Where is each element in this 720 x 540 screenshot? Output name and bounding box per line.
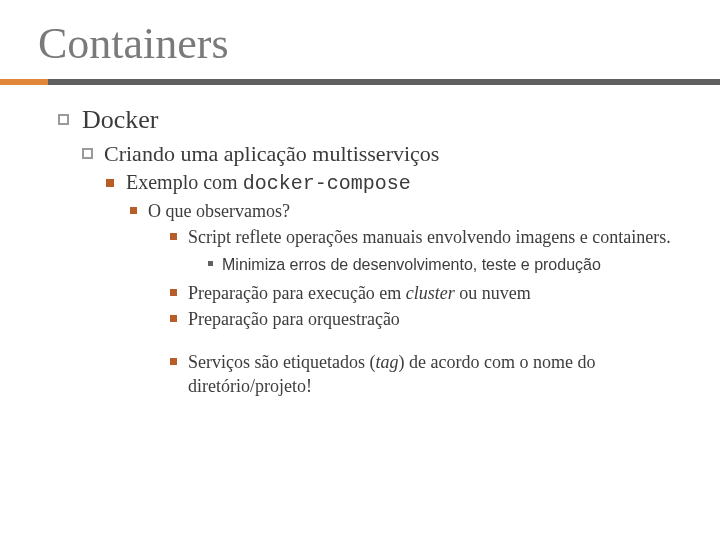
slide-body: Docker Criando uma aplicação multisservi… (0, 85, 720, 398)
spacer (58, 334, 680, 348)
bullet-l5-cluster-it: cluster (406, 283, 455, 303)
bullet-l5-cluster-post: ou nuvem (455, 283, 531, 303)
bullet-l3-code: docker-compose (243, 172, 411, 195)
bullet-l4-question: O que observamos? (130, 199, 680, 223)
bullet-l1-text: Docker (82, 105, 159, 134)
bullet-l2-text: Criando uma aplicação multisserviços (104, 141, 439, 166)
bullet-l5-cluster-pre: Preparação para execução em (188, 283, 406, 303)
bullet-l6-minimize-text: Minimiza erros de desenvolvimento, teste… (222, 256, 601, 273)
slide-title: Containers (0, 0, 720, 79)
bullet-l3-text-pre: Exemplo com (126, 171, 243, 193)
bullet-l2: Criando uma aplicação multisserviços (82, 141, 680, 167)
bullet-l5-script: Script reflete operações manuais envolve… (170, 225, 680, 249)
bullet-l5-tag-it: tag (375, 352, 398, 372)
bullet-l5-script-text: Script reflete operações manuais envolve… (188, 227, 671, 247)
bullet-l5-cluster: Preparação para execução em cluster ou n… (170, 281, 680, 305)
bullet-l1: Docker (58, 105, 680, 135)
bullet-l5-tag: Serviços são etiquetados (tag) de acordo… (170, 350, 680, 399)
bullet-l4-question-text: O que observamos? (148, 201, 290, 221)
bullet-l3: Exemplo com docker-compose (106, 171, 680, 195)
bullet-l6-minimize: Minimiza erros de desenvolvimento, teste… (208, 254, 680, 276)
title-underline (0, 79, 720, 85)
bullet-l5-orchestration-text: Preparação para orquestração (188, 309, 400, 329)
bullet-l5-orchestration: Preparação para orquestração (170, 307, 680, 331)
bullet-l5-tag-pre: Serviços são etiquetados ( (188, 352, 375, 372)
slide: Containers Docker Criando uma aplicação … (0, 0, 720, 540)
